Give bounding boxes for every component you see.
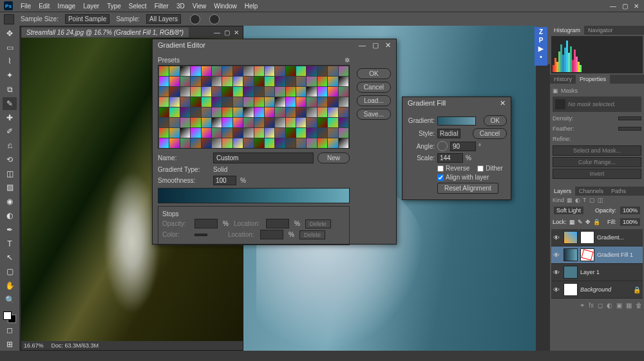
load-button[interactable]: Load...	[357, 95, 391, 106]
preset-swatch[interactable]	[202, 97, 211, 107]
preset-swatch[interactable]	[275, 66, 285, 76]
preset-swatch[interactable]	[243, 138, 253, 148]
presets-grid[interactable]	[158, 65, 350, 149]
layer-name[interactable]: Gradient...	[597, 234, 624, 241]
preset-swatch[interactable]	[191, 97, 200, 107]
layer-mask-thumb[interactable]	[580, 248, 594, 261]
close-icon[interactable]: ✕	[500, 99, 506, 107]
preset-swatch[interactable]	[222, 77, 232, 86]
visibility-icon[interactable]: 👁	[553, 286, 561, 293]
preset-swatch[interactable]	[328, 118, 337, 127]
reverse-checkbox[interactable]	[437, 165, 444, 172]
menu-edit[interactable]: Edit	[39, 3, 50, 10]
preset-swatch[interactable]	[286, 66, 296, 76]
heal-tool-icon[interactable]: ✚	[3, 111, 17, 124]
layer-thumb[interactable]	[564, 283, 578, 296]
preset-swatch[interactable]	[275, 77, 285, 86]
preset-swatch[interactable]	[159, 66, 169, 76]
preset-swatch[interactable]	[328, 66, 337, 76]
sample-dropdown[interactable]: All Layers	[146, 14, 181, 24]
preset-swatch[interactable]	[159, 118, 169, 127]
tab-layers[interactable]: Layers	[550, 187, 575, 196]
tab-paths[interactable]: Paths	[607, 187, 630, 196]
delete-stop-button[interactable]: Delete	[305, 219, 331, 228]
sample-size-dropdown[interactable]: Point Sample	[65, 14, 109, 24]
preset-swatch[interactable]	[286, 138, 296, 148]
dodge-tool-icon[interactable]: ◐	[3, 209, 17, 222]
preset-swatch[interactable]	[243, 107, 253, 117]
filter-type-icon[interactable]: T	[583, 197, 587, 203]
preset-swatch[interactable]	[212, 66, 222, 76]
preset-swatch[interactable]	[222, 118, 232, 127]
preset-swatch[interactable]	[339, 128, 348, 138]
preset-swatch[interactable]	[233, 77, 243, 86]
doc-close-icon[interactable]: ✕	[234, 29, 239, 36]
document-tab[interactable]: Streamfall 16 24.jpg @ 16.7% (Gradient F…	[21, 28, 189, 37]
preset-swatch[interactable]	[265, 66, 274, 76]
preset-swatch[interactable]	[169, 138, 179, 148]
preset-swatch[interactable]	[339, 97, 348, 107]
cancel-button[interactable]: Cancel	[357, 82, 391, 93]
max-icon[interactable]: ▢	[372, 41, 379, 50]
name-input[interactable]	[213, 153, 314, 163]
preset-swatch[interactable]	[275, 97, 285, 107]
layer-thumb[interactable]	[564, 248, 578, 261]
preset-swatch[interactable]	[339, 107, 348, 117]
ok-button[interactable]: OK	[484, 115, 507, 126]
preset-swatch[interactable]	[328, 87, 337, 97]
color-range-button[interactable]: Color Range...	[553, 157, 641, 167]
preset-swatch[interactable]	[254, 118, 264, 127]
visibility-icon[interactable]: 👁	[553, 269, 561, 276]
menu-layer[interactable]: Layer	[83, 3, 99, 10]
preset-swatch[interactable]	[265, 118, 274, 127]
preset-swatch[interactable]	[212, 107, 222, 117]
preset-swatch[interactable]	[265, 107, 274, 117]
adjustment-icon[interactable]: ◐	[607, 302, 612, 309]
preset-swatch[interactable]	[243, 87, 253, 97]
preset-swatch[interactable]	[307, 87, 316, 97]
trash-icon[interactable]: 🗑	[636, 302, 642, 309]
cancel-button[interactable]: Cancel	[473, 128, 507, 139]
move-tool-icon[interactable]: ✥	[3, 27, 17, 40]
preset-swatch[interactable]	[286, 87, 296, 97]
preset-swatch[interactable]	[191, 87, 200, 97]
preset-swatch[interactable]	[159, 128, 169, 138]
preset-swatch[interactable]	[286, 118, 296, 127]
opacity-value[interactable]: 100%	[620, 207, 640, 214]
preset-swatch[interactable]	[159, 77, 169, 86]
preset-swatch[interactable]	[254, 87, 264, 97]
angle-input[interactable]	[450, 142, 476, 151]
doc-max-icon[interactable]: ▢	[224, 29, 230, 36]
presets-menu-icon[interactable]: ✲	[345, 57, 350, 64]
preset-swatch[interactable]	[233, 128, 243, 138]
preset-swatch[interactable]	[243, 97, 253, 107]
preset-swatch[interactable]	[265, 87, 274, 97]
preset-swatch[interactable]	[222, 128, 232, 138]
preset-swatch[interactable]	[307, 128, 316, 138]
preset-swatch[interactable]	[286, 107, 296, 117]
menu-help[interactable]: Help	[245, 3, 258, 10]
preset-swatch[interactable]	[254, 66, 264, 76]
preset-swatch[interactable]	[180, 77, 190, 86]
menu-filter[interactable]: Filter	[155, 3, 169, 10]
stop-location-input-2[interactable]	[260, 230, 283, 239]
preset-swatch[interactable]	[317, 138, 327, 148]
gradient-type-dropdown[interactable]: Solid	[213, 166, 245, 173]
doc-min-icon[interactable]: —	[214, 29, 220, 36]
preset-swatch[interactable]	[180, 128, 190, 138]
preset-swatch[interactable]	[275, 128, 285, 138]
preset-swatch[interactable]	[191, 77, 200, 86]
align-checkbox[interactable]	[437, 174, 444, 181]
preset-swatch[interactable]	[296, 97, 306, 107]
preset-swatch[interactable]	[191, 118, 200, 127]
preset-swatch[interactable]	[212, 87, 222, 97]
preset-swatch[interactable]	[212, 97, 222, 107]
preset-swatch[interactable]	[307, 66, 316, 76]
preset-swatch[interactable]	[180, 66, 190, 76]
preset-swatch[interactable]	[265, 77, 274, 86]
tab-channels[interactable]: Channels	[575, 187, 607, 196]
menu-file[interactable]: File	[21, 3, 31, 10]
preset-swatch[interactable]	[212, 77, 222, 86]
fill-value[interactable]: 100%	[620, 218, 640, 226]
filter-pixel-icon[interactable]: ▦	[567, 197, 573, 203]
